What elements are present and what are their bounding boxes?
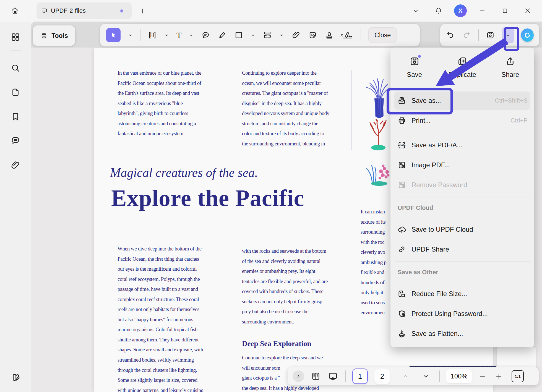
- paragraph-col1: In the vast embrace of our blue planet, …: [118, 68, 201, 139]
- tab-title: UPDF-2-files: [51, 7, 86, 14]
- menu-save-button[interactable]: Save: [390, 56, 438, 91]
- close-icon: [524, 7, 531, 14]
- fit-actual-size-button[interactable]: 1:1: [512, 370, 524, 382]
- maximize-button[interactable]: [498, 4, 512, 18]
- new-tab-button[interactable]: [137, 6, 148, 17]
- sidebar-item-attachments[interactable]: [8, 158, 23, 173]
- sidebar-item-bookmarks[interactable]: [8, 109, 23, 124]
- shape-tool-chevron-icon[interactable]: [251, 33, 256, 38]
- undo-icon[interactable]: [446, 30, 455, 40]
- pdfa-badge-text: PDF/A: [397, 140, 406, 150]
- menu-item-reduce-file-size[interactable]: Reduce File Size...: [390, 284, 534, 304]
- select-tool-button[interactable]: [106, 28, 121, 42]
- menu-share-button[interactable]: Share: [486, 56, 534, 91]
- menu-separator: [395, 197, 530, 197]
- menu-save-label: Save: [407, 71, 422, 79]
- page-button-1[interactable]: 1: [352, 369, 368, 384]
- page-icon: [10, 87, 21, 98]
- monitor-icon: [41, 7, 48, 14]
- select-tool-chevron-icon[interactable]: [128, 33, 133, 38]
- sidebar-item-pages[interactable]: [8, 85, 23, 100]
- tools-button[interactable]: Tools: [33, 25, 75, 46]
- menu-item-save-as-pdfa[interactable]: PDF/A Save as PDF/A...: [390, 135, 534, 155]
- signature-icon: [341, 30, 353, 40]
- text-line: texture of its: [361, 217, 386, 227]
- toolbox-icon: [40, 32, 48, 40]
- blue-anemone-illustration: [364, 72, 392, 119]
- measure-tool-icon[interactable]: [263, 30, 272, 40]
- sidebar-item-panels[interactable]: [8, 29, 23, 45]
- page-layout-icon[interactable]: [311, 371, 321, 381]
- text-tool-button[interactable]: T: [176, 31, 181, 39]
- titlebar-dropdown-button[interactable]: [409, 4, 423, 18]
- ai-assistant-button[interactable]: [521, 28, 534, 42]
- text-line: surrounding environment.: [242, 317, 328, 327]
- close-edit-button[interactable]: Close: [368, 27, 397, 43]
- minimize-button[interactable]: [475, 4, 489, 18]
- share-icon: [505, 56, 516, 67]
- sidebar-item-comments[interactable]: [8, 133, 23, 148]
- heading-tool-button[interactable]: H: [148, 30, 157, 40]
- zoom-level[interactable]: 100%: [446, 369, 472, 383]
- menu-duplicate-button[interactable]: Duplicate: [438, 56, 486, 91]
- previous-page-icon[interactable]: [402, 372, 409, 380]
- menu-item-save-as[interactable]: Save as... Ctrl+Shift+S: [390, 91, 534, 111]
- menu-item-protect-password[interactable]: Protect Using Password...: [390, 304, 534, 324]
- column-divider: [227, 70, 227, 149]
- redo-icon[interactable]: [462, 30, 471, 40]
- attach-tool-icon[interactable]: [291, 30, 301, 40]
- next-page-icon[interactable]: [422, 372, 430, 380]
- cursor-icon: [110, 32, 117, 39]
- text-line: flexible and: [361, 267, 386, 278]
- close-window-button[interactable]: [520, 4, 535, 18]
- zoom-out-icon[interactable]: [478, 372, 486, 380]
- sidebar-item-appearance[interactable]: [8, 369, 23, 385]
- paragraph-col3-clipped: It can instantexture of itssurroundingwi…: [361, 207, 386, 318]
- text-line: It can instan: [361, 207, 386, 217]
- menu-item-print[interactable]: Print... Ctrl+P: [390, 111, 534, 130]
- statusbar-divider: [345, 370, 346, 382]
- measure-tool-chevron-icon[interactable]: [279, 33, 284, 38]
- zoom-in-icon[interactable]: [495, 372, 503, 380]
- printer-icon: [397, 116, 406, 125]
- text-tool-chevron-icon[interactable]: [189, 33, 194, 38]
- menu-item-remove-password: Remove Password: [390, 175, 534, 195]
- pink-coral-illustration: [364, 152, 392, 186]
- menu-item-image-pdf[interactable]: Image PDF...: [390, 155, 534, 175]
- save-icon[interactable]: [486, 30, 495, 40]
- shape-tool-icon[interactable]: [234, 30, 243, 40]
- signature-tool-button[interactable]: x: [341, 30, 353, 40]
- stamp-tool-icon[interactable]: [325, 30, 334, 40]
- text-line: hundreds of: [361, 278, 386, 288]
- sticker-tool-icon[interactable]: [308, 30, 317, 40]
- save-dropdown-button[interactable]: [502, 27, 514, 43]
- window-titlebar: UPDF-2-files X: [0, 0, 542, 22]
- save-as-icon: [397, 96, 406, 105]
- menu-item-label: Save as Flatten...: [411, 330, 463, 338]
- close-edit-label: Close: [374, 32, 391, 39]
- ai-sparkle-icon: [523, 31, 531, 39]
- sidebar-item-search[interactable]: [8, 60, 23, 76]
- menu-item-save-as-flatten[interactable]: Save as Flatten...: [390, 324, 534, 344]
- unsaved-dot: [120, 9, 123, 12]
- text-line: only help it: [361, 288, 386, 298]
- expand-statusbar-button[interactable]: [293, 370, 304, 382]
- home-button[interactable]: [8, 3, 22, 18]
- notifications-button[interactable]: [431, 4, 446, 18]
- page-button-2[interactable]: 2: [374, 369, 390, 384]
- comment-tool-icon[interactable]: [201, 30, 210, 40]
- heading-tool-chevron-icon[interactable]: [164, 33, 169, 38]
- fit-label: 1:1: [515, 374, 521, 379]
- avatar[interactable]: X: [454, 4, 467, 17]
- menu-item-updf-share[interactable]: UPDF Share: [390, 239, 534, 259]
- presentation-icon[interactable]: [327, 371, 338, 382]
- document-tab[interactable]: UPDF-2-files: [37, 2, 132, 19]
- pen-tool-icon[interactable]: [217, 30, 227, 40]
- text-line: of the sea and cleverly avoiding natural: [242, 256, 328, 266]
- flatten-icon: [397, 329, 406, 338]
- text-line: When we dive deep into the bottom of the: [118, 244, 204, 254]
- image-pdf-icon: [397, 160, 406, 170]
- text-line: environmen: [361, 308, 386, 318]
- menu-item-save-to-cloud[interactable]: Save to UPDF Cloud: [390, 219, 534, 239]
- text-line: complex coral reef structure. These cora…: [118, 294, 204, 305]
